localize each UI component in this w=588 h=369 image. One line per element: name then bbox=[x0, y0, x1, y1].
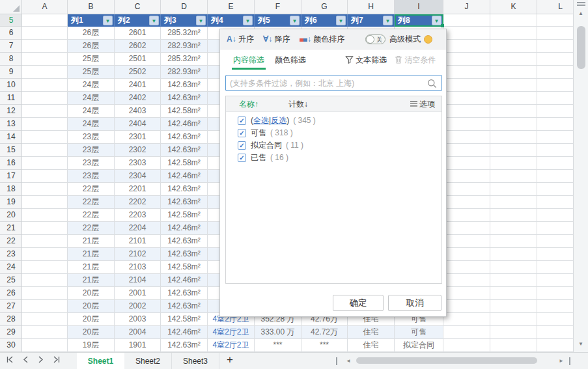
filter-dropdown-button-G[interactable]: ▼ bbox=[336, 16, 346, 25]
cell-J12[interactable] bbox=[443, 105, 490, 118]
cell-J23[interactable] bbox=[443, 248, 490, 261]
cell-J19[interactable] bbox=[443, 196, 490, 209]
cell-K15[interactable] bbox=[490, 144, 537, 157]
clear-filter-button[interactable]: 清空条件 bbox=[395, 49, 436, 71]
cell-L16[interactable] bbox=[537, 157, 573, 170]
cell-D12[interactable]: 142.58m² bbox=[161, 105, 208, 118]
row-header-27[interactable]: 27 bbox=[0, 300, 22, 313]
cell-A26[interactable] bbox=[22, 287, 68, 300]
cell-A7[interactable] bbox=[22, 40, 68, 53]
cell-C16[interactable]: 2303 bbox=[115, 157, 161, 170]
cell-C24[interactable]: 2103 bbox=[115, 261, 161, 274]
row-header-15[interactable]: 15 bbox=[0, 144, 22, 157]
row-header-11[interactable]: 11 bbox=[0, 92, 22, 105]
row-header-23[interactable]: 23 bbox=[0, 248, 22, 261]
row-header-16[interactable]: 16 bbox=[0, 157, 22, 170]
column-header-E[interactable]: E bbox=[208, 0, 255, 14]
advanced-mode-toggle[interactable]: 关 bbox=[365, 34, 385, 44]
cell-L7[interactable] bbox=[537, 40, 573, 53]
filter-dropdown-button-C[interactable]: ▼ bbox=[149, 16, 159, 25]
cell-B24[interactable]: 21层 bbox=[68, 261, 115, 274]
row-header-18[interactable]: 18 bbox=[0, 183, 22, 196]
cell-D17[interactable]: 142.46m² bbox=[161, 170, 208, 183]
cell-G30[interactable]: *** bbox=[301, 339, 348, 352]
cell-D28[interactable]: 142.58m² bbox=[161, 313, 208, 326]
cell-B14[interactable]: 23层 bbox=[68, 131, 115, 144]
cell-B8[interactable]: 25层 bbox=[68, 53, 115, 66]
checkbox-checked-icon[interactable] bbox=[238, 116, 246, 125]
cell-L27[interactable] bbox=[537, 300, 573, 313]
row-header-28[interactable]: 28 bbox=[0, 313, 22, 326]
checkbox-checked-icon[interactable] bbox=[238, 154, 246, 162]
cell-B13[interactable]: 24层 bbox=[68, 118, 115, 131]
cell-C11[interactable]: 2402 bbox=[115, 92, 161, 105]
horizontal-scrollbar[interactable] bbox=[354, 356, 557, 365]
options-button[interactable]: 选项 bbox=[410, 96, 435, 112]
cell-A10[interactable] bbox=[22, 79, 68, 92]
cell-G5[interactable]: 列6▼ bbox=[301, 14, 348, 27]
cell-L28[interactable] bbox=[537, 313, 573, 326]
cell-K28[interactable] bbox=[490, 313, 537, 326]
first-sheet-button[interactable] bbox=[4, 356, 16, 366]
prev-sheet-button[interactable] bbox=[20, 356, 31, 366]
cell-D30[interactable]: 142.63m² bbox=[161, 339, 208, 352]
cell-L6[interactable] bbox=[537, 27, 573, 40]
cell-A16[interactable] bbox=[22, 157, 68, 170]
next-sheet-button[interactable] bbox=[35, 356, 47, 366]
cell-J6[interactable] bbox=[443, 27, 490, 40]
row-header-25[interactable]: 25 bbox=[0, 274, 22, 287]
cell-A15[interactable] bbox=[22, 144, 68, 157]
cell-J13[interactable] bbox=[443, 118, 490, 131]
cell-K27[interactable] bbox=[490, 300, 537, 313]
scroll-down-icon[interactable]: ▼ bbox=[574, 341, 588, 347]
cell-K23[interactable] bbox=[490, 248, 537, 261]
row-header-24[interactable]: 24 bbox=[0, 261, 22, 274]
row-header-21[interactable]: 21 bbox=[0, 222, 22, 235]
cell-A5[interactable] bbox=[22, 14, 68, 27]
cell-B28[interactable]: 20层 bbox=[68, 313, 115, 326]
filter-dropdown-button-B[interactable]: ▼ bbox=[103, 16, 113, 25]
cell-L14[interactable] bbox=[537, 131, 573, 144]
cell-C15[interactable]: 2302 bbox=[115, 144, 161, 157]
column-header-L[interactable]: L bbox=[537, 0, 573, 14]
cell-L21[interactable] bbox=[537, 222, 573, 235]
cell-D10[interactable]: 142.63m² bbox=[161, 79, 208, 92]
column-header-I[interactable]: I bbox=[395, 0, 443, 14]
cell-H29[interactable]: 住宅 bbox=[348, 326, 395, 339]
cell-C25[interactable]: 2104 bbox=[115, 274, 161, 287]
cell-B9[interactable]: 25层 bbox=[68, 66, 115, 79]
cell-A11[interactable] bbox=[22, 92, 68, 105]
cell-B19[interactable]: 22层 bbox=[68, 196, 115, 209]
row-header-17[interactable]: 17 bbox=[0, 170, 22, 183]
cell-J17[interactable] bbox=[443, 170, 490, 183]
cell-D23[interactable]: 142.63m² bbox=[161, 248, 208, 261]
cell-B27[interactable]: 20层 bbox=[68, 300, 115, 313]
cell-B21[interactable]: 22层 bbox=[68, 222, 115, 235]
cell-J24[interactable] bbox=[443, 261, 490, 274]
cell-K16[interactable] bbox=[490, 157, 537, 170]
vertical-scroll-thumb[interactable] bbox=[577, 26, 585, 69]
row-header-22[interactable]: 22 bbox=[0, 235, 22, 248]
cell-J22[interactable] bbox=[443, 235, 490, 248]
cell-L18[interactable] bbox=[537, 183, 573, 196]
cell-A23[interactable] bbox=[22, 248, 68, 261]
cell-F29[interactable]: 333.00 万 bbox=[255, 326, 301, 339]
cell-B26[interactable]: 20层 bbox=[68, 287, 115, 300]
filter-dropdown-button-F[interactable]: ▼ bbox=[290, 16, 300, 25]
last-sheet-button[interactable] bbox=[51, 356, 63, 366]
row-header-26[interactable]: 26 bbox=[0, 287, 22, 300]
horizontal-split-handle[interactable] bbox=[336, 357, 337, 365]
cell-K10[interactable] bbox=[490, 79, 537, 92]
tab-content-filter[interactable]: 内容筛选 bbox=[232, 49, 266, 71]
cell-J8[interactable] bbox=[443, 53, 490, 66]
cell-C10[interactable]: 2401 bbox=[115, 79, 161, 92]
scroll-up-icon[interactable]: ▲ bbox=[574, 10, 588, 16]
cell-L29[interactable] bbox=[537, 326, 573, 339]
cell-B29[interactable]: 20层 bbox=[68, 326, 115, 339]
cell-K9[interactable] bbox=[490, 66, 537, 79]
cell-I29[interactable]: 可售 bbox=[395, 326, 443, 339]
ok-button[interactable]: 确定 bbox=[333, 295, 384, 311]
cell-H30[interactable]: 住宅 bbox=[348, 339, 395, 352]
cell-A19[interactable] bbox=[22, 196, 68, 209]
cell-K8[interactable] bbox=[490, 53, 537, 66]
